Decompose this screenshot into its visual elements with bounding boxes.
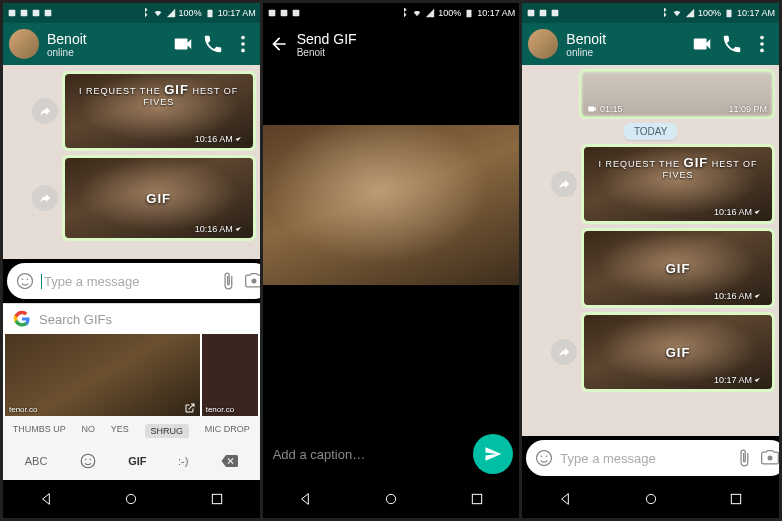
notif-icon [538, 8, 548, 18]
signal-icon [425, 8, 435, 18]
screen-send-gif: 100% 10:17 AM Send GIF Benoit [263, 3, 520, 518]
camera-icon[interactable] [244, 271, 260, 291]
call-icon[interactable] [202, 33, 224, 55]
nav-back-icon[interactable] [297, 491, 313, 507]
forward-icon[interactable] [551, 339, 577, 365]
forward-icon[interactable] [32, 98, 58, 124]
notif-icon [7, 8, 17, 18]
nav-recent-icon[interactable] [469, 491, 485, 507]
message-input[interactable] [560, 451, 728, 466]
contact-presence: online [566, 47, 606, 58]
timestamp: 10:16 AM [714, 291, 752, 301]
gif-search-placeholder: Search GIFs [39, 312, 112, 327]
contact-info[interactable]: Benoit online [47, 31, 87, 58]
send-gif-header: Send GIF Benoit [263, 23, 520, 65]
notif-icon [291, 8, 301, 18]
send-button[interactable] [473, 434, 513, 474]
wifi-icon [412, 8, 422, 18]
svg-point-11 [81, 454, 95, 468]
battery-icon [464, 8, 474, 18]
avatar[interactable] [9, 29, 39, 59]
gif-category[interactable]: MIC DROP [205, 424, 250, 438]
kb-gif[interactable]: GIF [128, 455, 146, 467]
emoji-icon[interactable] [79, 452, 97, 470]
avatar[interactable] [528, 29, 558, 59]
svg-rect-33 [732, 494, 741, 503]
bluetooth-icon [399, 8, 409, 18]
message-input-bar [7, 263, 260, 299]
forward-icon[interactable] [32, 185, 58, 211]
kb-abc[interactable]: ABC [25, 455, 48, 467]
message-input[interactable] [41, 274, 212, 289]
contact-info[interactable]: Benoit online [566, 31, 606, 58]
videocall-icon[interactable] [172, 33, 194, 55]
keyboard-mode-row: ABC GIF :-) [3, 446, 260, 480]
svg-point-31 [546, 456, 548, 458]
menu-icon[interactable] [751, 33, 773, 55]
nav-back-icon[interactable] [38, 491, 54, 507]
signal-icon [685, 8, 695, 18]
gif-badge: GIF [666, 345, 691, 360]
videocall-icon[interactable] [691, 33, 713, 55]
gif-preview-image[interactable] [263, 125, 520, 285]
attach-icon[interactable] [734, 448, 754, 468]
svg-point-27 [760, 42, 764, 46]
nav-home-icon[interactable] [123, 491, 139, 507]
notif-icon [19, 8, 29, 18]
forward-icon[interactable] [551, 171, 577, 197]
nav-home-icon[interactable] [643, 491, 659, 507]
nav-back-icon[interactable] [557, 491, 573, 507]
emoji-icon[interactable] [15, 271, 35, 291]
gif-message[interactable]: GIF 10:16 AM [62, 155, 256, 241]
screen-title: Send GIF [297, 31, 357, 47]
gif-message[interactable]: I REQUEST THE GIF HEST OF FIVES 10:16 AM [581, 144, 775, 224]
gif-search-bar[interactable]: Search GIFs [3, 303, 260, 334]
svg-rect-16 [268, 10, 275, 17]
gif-thumb[interactable]: tenor.co [202, 334, 258, 416]
emoji-icon[interactable] [534, 448, 554, 468]
gif-badge: GIF [146, 191, 171, 206]
attach-icon[interactable] [218, 271, 238, 291]
caption-input[interactable] [273, 447, 458, 462]
chat-body[interactable]: 01:15 11:09 PM TODAY I REQUEST THE GIF H… [522, 65, 779, 436]
nav-recent-icon[interactable] [728, 491, 744, 507]
gif-category[interactable]: YES [111, 424, 129, 438]
status-bar: 100% 10:17 AM [522, 3, 779, 23]
camera-icon[interactable] [760, 448, 779, 468]
svg-point-29 [537, 451, 552, 466]
gif-category[interactable]: NO [82, 424, 96, 438]
gif-message[interactable]: GIF 10:16 AM [581, 228, 775, 308]
menu-icon[interactable] [232, 33, 254, 55]
status-bar: 100% 10:17 AM [263, 3, 520, 23]
chat-body[interactable]: I REQUEST THE GIF HEST OF FIVES 10:16 AM… [3, 65, 260, 259]
wifi-icon [672, 8, 682, 18]
gif-badge: GIF [666, 261, 691, 276]
nav-bar [522, 480, 779, 518]
backspace-icon[interactable] [220, 452, 238, 470]
gif-thumb[interactable]: tenor.co [5, 334, 200, 416]
svg-point-12 [85, 459, 87, 461]
gif-message[interactable]: I REQUEST THE GIF HEST OF FIVES 10:16 AM [62, 71, 256, 151]
open-icon[interactable] [184, 402, 196, 414]
bluetooth-icon [659, 8, 669, 18]
message-input-bar [526, 440, 779, 476]
gif-message[interactable]: GIF 10:17 AM [581, 312, 775, 392]
kb-emoticon[interactable]: :-) [178, 455, 188, 467]
gif-category-selected[interactable]: SHRUG [145, 424, 190, 438]
back-icon[interactable] [269, 34, 289, 54]
svg-point-10 [27, 279, 29, 281]
video-message[interactable]: 01:15 11:09 PM [579, 69, 775, 119]
svg-point-5 [241, 36, 245, 40]
nav-recent-icon[interactable] [209, 491, 225, 507]
contact-name: Benoit [47, 31, 87, 47]
nav-home-icon[interactable] [383, 491, 399, 507]
nav-bar [3, 480, 260, 518]
call-icon[interactable] [721, 33, 743, 55]
battery-text: 100% [179, 8, 202, 18]
notif-icon [550, 8, 560, 18]
battery-icon [205, 8, 215, 18]
gif-category[interactable]: THUMBS UP [13, 424, 66, 438]
wifi-icon [153, 8, 163, 18]
contact-presence: online [47, 47, 87, 58]
svg-rect-1 [21, 10, 28, 17]
